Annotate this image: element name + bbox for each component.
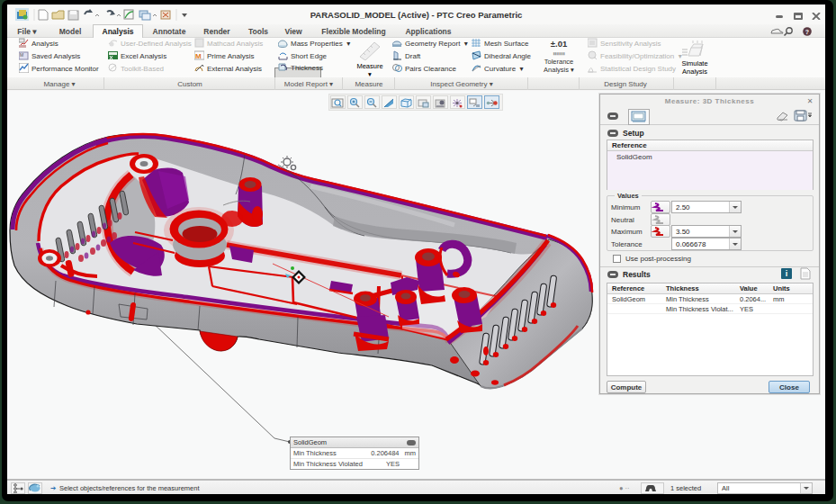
svg-text:M: M: [20, 52, 23, 58]
svg-text:?: ?: [805, 29, 809, 35]
svg-text:M: M: [195, 52, 202, 60]
